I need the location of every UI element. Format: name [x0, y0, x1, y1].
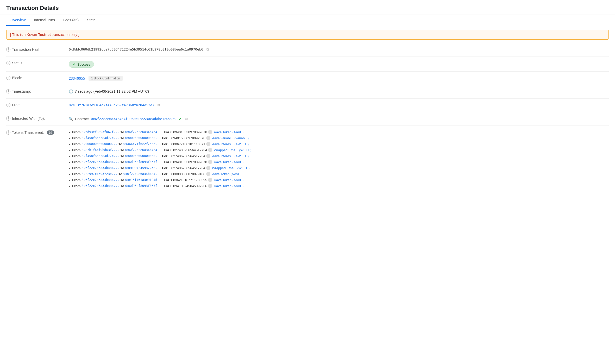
- question-icon-hash[interactable]: ?: [6, 47, 10, 52]
- from-label: From: [72, 154, 81, 158]
- to-label: To: [120, 130, 124, 134]
- transaction-hash-value: 0x8ddc060db21992cce7c503471224e5b39514c6…: [69, 47, 609, 52]
- token-amount: 0.000677108181118571: [168, 142, 205, 146]
- interacted-with-value: 🔍 Contract 0x6f22c2e6a34b4a4f9960e1a5530…: [69, 116, 609, 121]
- token-to-link[interactable]: 0x6f22c2e6a34b4a4...: [125, 130, 163, 134]
- question-icon-from[interactable]: ?: [6, 103, 10, 107]
- arrow-icon: ▸: [69, 172, 71, 176]
- token-to-link[interactable]: 0x6d93ef8093f067f...: [125, 184, 163, 188]
- token-from-link[interactable]: 0x87b1f4cf9bd63f7...: [82, 148, 120, 152]
- token-name-link[interactable]: Aave Token (AAVE): [212, 172, 242, 176]
- arrow-icon: ▸: [69, 166, 71, 170]
- page-title: Transaction Details: [0, 0, 615, 15]
- token-from-link[interactable]: 0xf458f8edb84d77c...: [82, 154, 120, 158]
- tab-internal-txns[interactable]: Internal Txns: [30, 15, 59, 26]
- block-number-link[interactable]: 23346655: [69, 76, 85, 80]
- token-to-link[interactable]: 0x6f22c2e6a34b4a4...: [123, 172, 161, 176]
- block-value: 23346655 1 Block Confirmation: [69, 75, 609, 81]
- token-to-link[interactable]: 0xe13f761a3e9184d...: [125, 178, 163, 182]
- token-name-link[interactable]: Aave variabl... (variab...): [212, 136, 249, 140]
- question-icon-timestamp[interactable]: ?: [6, 89, 10, 93]
- to-label: To: [120, 178, 124, 182]
- transaction-fields: ? Transaction Hash: 0x8ddc060db21992cce7…: [0, 43, 615, 192]
- token-amount: 0.094015630978092078: [170, 160, 207, 164]
- token-circle-icon: [206, 166, 210, 170]
- token-amount: 0.027406256564517734: [168, 166, 205, 170]
- from-label: From: [72, 142, 81, 146]
- tab-overview[interactable]: Overview: [6, 15, 30, 26]
- tabs-bar: Overview Internal Txns Logs (45) State: [0, 15, 615, 26]
- arrow-icon: ▸: [69, 154, 71, 158]
- for-label: For: [162, 172, 167, 176]
- question-icon-status[interactable]: ?: [6, 61, 10, 65]
- to-label: To: [118, 142, 122, 146]
- token-name-link[interactable]: Wrapped Ethe... (WETH): [212, 166, 249, 170]
- for-label: For: [164, 178, 169, 182]
- token-from-link[interactable]: 0x6f22c2e6a34b4a4...: [82, 160, 120, 164]
- question-icon-tokens[interactable]: ?: [6, 130, 10, 135]
- from-label: From: [72, 184, 81, 188]
- token-from-link[interactable]: 0xcc997c4593723e...: [82, 172, 117, 176]
- tokens-label: ? Tokens Transferred: 10: [6, 129, 69, 135]
- to-label: To: [120, 160, 124, 164]
- token-to-link[interactable]: 0x00000000000000...: [125, 154, 161, 158]
- token-from-link[interactable]: 0xf458f8edb84d77c...: [82, 136, 120, 140]
- token-from-link[interactable]: 0x6f22c2e6a34b4a4...: [82, 166, 120, 170]
- tab-logs[interactable]: Logs (45): [59, 15, 83, 26]
- contract-address-link[interactable]: 0x6f22c2e6a34b4a4f9960e1a5530c4dabe1c099…: [91, 117, 177, 121]
- timestamp-row: ? Timestamp: 🕐 7 secs ago (Feb-06-2021 1…: [6, 85, 609, 99]
- tab-state[interactable]: State: [83, 15, 100, 26]
- copy-contract-icon[interactable]: ⧉: [185, 117, 188, 121]
- token-name-link[interactable]: Aave interes... (aWETH): [212, 142, 249, 146]
- copy-hash-icon[interactable]: ⧉: [206, 47, 209, 52]
- question-icon-interacted[interactable]: ?: [6, 116, 10, 121]
- from-label: From: [72, 172, 81, 176]
- token-name-link[interactable]: Aave Token (AAVE): [214, 178, 243, 182]
- block-row: ? Block: 23346655 1 Block Confirmation: [6, 72, 609, 85]
- question-icon-block[interactable]: ?: [6, 76, 10, 80]
- token-to-link[interactable]: 0x464c71f6c2f760d...: [123, 142, 161, 146]
- token-from-link[interactable]: 0x6d93ef8093f067f...: [82, 130, 120, 134]
- copy-from-icon[interactable]: ⧉: [158, 103, 160, 107]
- token-name-link[interactable]: Wrapped Ethe... (WETH): [214, 148, 251, 152]
- for-label: For: [164, 160, 169, 164]
- arrow-icon: ▸: [69, 178, 71, 182]
- token-circle-icon: [208, 184, 212, 188]
- for-label: For: [162, 154, 167, 158]
- arrow-icon: ▸: [69, 142, 71, 146]
- token-to-link[interactable]: 0x00000000000000...: [125, 136, 161, 140]
- from-label: From: [72, 148, 81, 152]
- token-from-link[interactable]: 0x6f22c2e6a34b4a4...: [82, 184, 120, 188]
- token-transfer-row: ▸ From 0x6f22c2e6a34b4a4... To 0xe13f761…: [69, 178, 609, 182]
- token-amount: 0.000000000078079108: [168, 172, 205, 176]
- to-label: To: [120, 154, 124, 158]
- for-label: For: [162, 166, 167, 170]
- arrow-icon: ▸: [69, 130, 71, 134]
- token-name-link[interactable]: Aave interes... (aWETH): [212, 154, 249, 158]
- tokens-count-badge: 10: [47, 130, 54, 135]
- token-from-link[interactable]: 0x00000000000000...: [82, 142, 117, 146]
- token-circle-icon: [208, 160, 212, 164]
- token-transfer-row: ▸ From 0xf458f8edb84d77c... To 0x0000000…: [69, 154, 609, 158]
- token-name-link[interactable]: Aave Token (AAVE): [214, 130, 243, 134]
- token-to-link[interactable]: 0xcc997c4593723e...: [125, 166, 161, 170]
- tokens-transferred-row: ? Tokens Transferred: 10 ▸ From 0x6d93ef…: [6, 126, 609, 192]
- status-value: ✔ Success: [69, 60, 609, 68]
- token-name-link[interactable]: Aave Token (AAVE): [214, 184, 243, 188]
- token-amount: 0.027406256564517734: [168, 154, 205, 158]
- token-circle-icon: [206, 136, 210, 140]
- from-address-link[interactable]: 0xe13f761a3e9184d7f446c257f47368fb284e53…: [69, 103, 154, 107]
- arrow-icon: ▸: [69, 148, 71, 152]
- token-transfer-row: ▸ From 0x00000000000000... To 0x464c71f6…: [69, 142, 609, 146]
- token-to-link[interactable]: 0x6d93ef8093f067f...: [125, 160, 163, 164]
- token-circle-icon: [206, 172, 210, 176]
- token-circle-icon: [206, 142, 210, 146]
- for-label: For: [164, 148, 169, 152]
- token-from-link[interactable]: 0x6f22c2e6a34b4a4...: [82, 178, 120, 182]
- timestamp-label: ? Timestamp:: [6, 89, 69, 93]
- token-transfer-row: ▸ From 0x6f22c2e6a34b4a4... To 0x6d93ef8…: [69, 184, 609, 188]
- verified-contract-icon: ✔: [179, 116, 182, 121]
- token-name-link[interactable]: Aave Token (AAVE): [214, 160, 243, 164]
- from-row: ? From: 0xe13f761a3e9184d7f446c257f47368…: [6, 99, 609, 112]
- token-to-link[interactable]: 0x6f22c2e6a34b4a4...: [125, 148, 163, 152]
